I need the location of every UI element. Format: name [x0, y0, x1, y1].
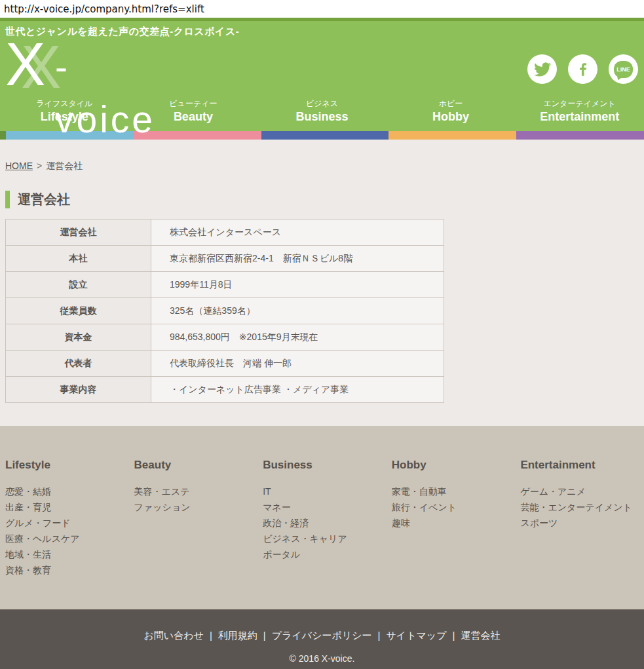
footer-heading: Entertainment [520, 459, 644, 472]
line-button[interactable]: LINE [609, 54, 638, 84]
table-row: 設立 1999年11月8日 [6, 272, 444, 298]
footer-link[interactable]: 旅行・イベント [392, 502, 457, 512]
list-item: マネー [263, 499, 387, 515]
stripe-entertainment [516, 131, 644, 140]
footer-link[interactable]: 医療・ヘルスケア [5, 533, 80, 544]
list-item: 政治・経済 [263, 515, 387, 531]
list-item: IT [263, 484, 387, 499]
footer-col-hobby: Hobby 家電・自動車 旅行・イベント 趣味 [387, 459, 516, 578]
breadcrumb-home-link[interactable]: HOME [5, 161, 33, 171]
footer-link[interactable]: IT [263, 486, 271, 497]
breadcrumb-current: 運営会社 [46, 161, 83, 171]
list-item: 医療・ヘルスケア [5, 531, 129, 546]
footer-link[interactable]: 美容・エステ [134, 486, 190, 497]
footer-link[interactable]: 趣味 [392, 518, 410, 528]
list-item: ファッション [134, 499, 258, 515]
footer-link[interactable]: 家電・自動車 [392, 486, 447, 497]
footer-link[interactable]: ポータル [263, 549, 300, 560]
nav-item-entertainment[interactable]: エンターテイメント Entertainment [515, 97, 644, 131]
footer-sitemap: Lifestyle 恋愛・結婚 出産・育児 グルメ・フード 医療・ヘルスケア 地… [0, 426, 644, 609]
nav-item-business[interactable]: ビジネス Business [257, 97, 387, 131]
stripe-leader [0, 131, 6, 140]
nav-item-hobby[interactable]: ホビー Hobby [387, 97, 516, 131]
breadcrumb: HOME>運営会社 [5, 161, 639, 172]
separator: | [378, 630, 381, 641]
bottom-link-terms[interactable]: 利用規約 [218, 630, 257, 641]
facebook-icon [575, 61, 592, 78]
row-value: 1999年11月8日 [151, 272, 444, 298]
table-row: 資本金 984,653,800円 ※2015年9月末現在 [6, 324, 444, 351]
url-text: http://x-voice.jp/company.html?refs=xlif… [0, 0, 644, 18]
row-label: 資本金 [6, 324, 151, 351]
bottom-link-sitemap[interactable]: サイトマップ [386, 630, 446, 641]
separator: | [263, 630, 266, 641]
site-tagline: 世代とジャンルを超えた声の交差点-クロスボイス- [0, 21, 644, 38]
facebook-button[interactable] [568, 54, 597, 84]
row-label: 代表者 [6, 351, 151, 377]
stripe-business [261, 131, 389, 140]
footer-link[interactable]: 出産・育児 [5, 502, 51, 512]
footer-link[interactable]: 資格・教育 [5, 565, 51, 575]
list-item: ビジネス・キャリア [263, 531, 387, 546]
twitter-icon [534, 61, 551, 78]
footer-col-beauty: Beauty 美容・エステ ファッション [129, 459, 258, 578]
company-info-table: 運営会社 株式会社インタースペース 本社 東京都新宿区西新宿2-4-1 新宿ＮＳ… [5, 219, 444, 403]
site-header: 世代とジャンルを超えた声の交差点-クロスボイス- X X -voice LINE [0, 18, 644, 140]
table-row: 代表者 代表取締役社長 河端 伸一郎 [6, 351, 444, 377]
row-label: 運営会社 [6, 220, 151, 246]
logo-row: X X -voice LINE [0, 38, 644, 97]
row-label: 設立 [6, 272, 151, 298]
footer-col-business: Business IT マネー 政治・経済 ビジネス・キャリア ポータル [257, 459, 387, 578]
copyright: © 2016 X-voice. [0, 653, 644, 664]
row-value: 984,653,800円 ※2015年9月末現在 [151, 324, 444, 351]
footer-heading: Lifestyle [5, 459, 129, 472]
list-item: 資格・教育 [5, 562, 129, 578]
list-item: ゲーム・アニメ [520, 484, 644, 499]
table-row: 事業内容 ・インターネット広告事業 ・メディア事業 [6, 377, 444, 403]
separator: | [210, 630, 212, 641]
twitter-button[interactable] [527, 54, 557, 84]
list-item: 美容・エステ [134, 484, 258, 499]
list-item: 地域・生活 [5, 546, 129, 562]
row-value: ・インターネット広告事業 ・メディア事業 [151, 377, 444, 403]
stripe-hobby [388, 131, 516, 140]
footer-link[interactable]: スポーツ [520, 518, 558, 528]
logo-text: -voice [55, 41, 155, 145]
list-item: 趣味 [392, 515, 516, 531]
row-label: 本社 [6, 246, 151, 272]
footer-link[interactable]: 地域・生活 [5, 549, 51, 560]
bottom-link-company[interactable]: 運営会社 [461, 630, 500, 641]
footer-col-lifestyle: Lifestyle 恋愛・結婚 出産・育児 グルメ・フード 医療・ヘルスケア 地… [0, 459, 129, 578]
footer-heading: Hobby [392, 459, 516, 472]
footer-link[interactable]: グルメ・フード [5, 518, 71, 528]
main-content: HOME>運営会社 運営会社 運営会社 株式会社インタースペース 本社 東京都新… [0, 140, 644, 426]
footer-link[interactable]: 政治・経済 [263, 518, 309, 528]
footer-link[interactable]: マネー [263, 502, 291, 512]
bottom-link-contact[interactable]: お問い合わせ [144, 630, 204, 641]
title-accent-bar [5, 191, 10, 208]
bottom-links: お問い合わせ|利用規約|プライバシーポリシー|サイトマップ|運営会社 [0, 630, 644, 642]
row-value: 株式会社インタースペース [151, 220, 444, 246]
list-item: 恋愛・結婚 [5, 484, 129, 499]
separator: | [453, 630, 455, 641]
row-value: 東京都新宿区西新宿2-4-1 新宿ＮＳビル8階 [151, 246, 444, 272]
table-row: 従業員数 325名（連結359名） [6, 298, 444, 324]
list-item: 家電・自動車 [392, 484, 516, 499]
bottom-bar: お問い合わせ|利用規約|プライバシーポリシー|サイトマップ|運営会社 © 201… [0, 609, 644, 669]
footer-link[interactable]: 芸能・エンターテイメント [520, 502, 632, 512]
footer-link[interactable]: ゲーム・アニメ [520, 486, 586, 497]
row-value: 325名（連結359名） [151, 298, 444, 324]
list-item: 旅行・イベント [392, 499, 516, 515]
table-row: 運営会社 株式会社インタースペース [6, 220, 444, 246]
logo-x: X [5, 31, 45, 97]
list-item: 出産・育児 [5, 499, 129, 515]
footer-link[interactable]: ビジネス・キャリア [263, 533, 347, 544]
footer-link[interactable]: ファッション [134, 502, 191, 512]
table-row: 本社 東京都新宿区西新宿2-4-1 新宿ＮＳビル8階 [6, 246, 444, 272]
footer-link[interactable]: 恋愛・結婚 [5, 486, 51, 497]
bottom-link-privacy[interactable]: プライバシーポリシー [272, 630, 372, 641]
row-value: 代表取締役社長 河端 伸一郎 [151, 351, 444, 377]
list-item: スポーツ [520, 515, 644, 531]
line-icon: LINE [614, 61, 633, 78]
page-title: 運営会社 [5, 191, 639, 208]
